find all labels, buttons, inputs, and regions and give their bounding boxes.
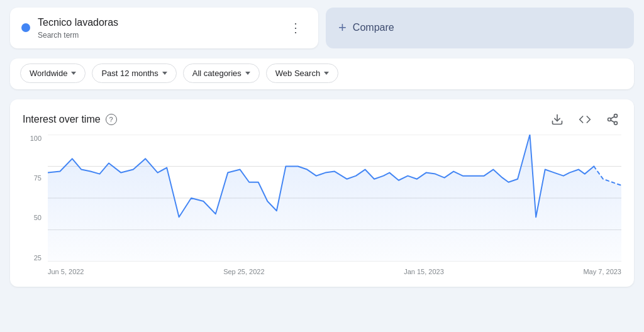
time-range-chevron-icon bbox=[162, 72, 167, 75]
time-range-label: Past 12 months bbox=[101, 69, 158, 78]
code-icon bbox=[579, 113, 591, 126]
time-range-filter[interactable]: Past 12 months bbox=[92, 64, 176, 83]
filters-row: Worldwide Past 12 months All categories … bbox=[10, 58, 634, 89]
embed-button[interactable] bbox=[576, 111, 594, 128]
compare-card-inner: + Compare bbox=[338, 19, 394, 36]
search-term-card: Tecnico lavadoras Search term ⋮ bbox=[10, 8, 318, 48]
x-label-may: May 7, 2023 bbox=[583, 268, 621, 275]
chart-title-row: Interest over time ? bbox=[23, 114, 117, 125]
x-axis-labels: Jun 5, 2022 Sep 25, 2022 Jan 15, 2023 Ma… bbox=[48, 264, 621, 279]
y-label-50: 50 bbox=[23, 214, 45, 221]
plus-icon: + bbox=[338, 19, 347, 36]
x-label-sep: Sep 25, 2022 bbox=[223, 268, 264, 275]
chart-title: Interest over time bbox=[23, 114, 101, 125]
search-type-label: Web Search bbox=[275, 69, 320, 78]
chart-actions bbox=[548, 111, 621, 128]
region-filter[interactable]: Worldwide bbox=[20, 64, 86, 83]
svg-line-4 bbox=[611, 120, 614, 122]
region-label: Worldwide bbox=[30, 69, 67, 78]
y-label-25: 25 bbox=[23, 254, 45, 262]
category-chevron-icon bbox=[245, 72, 250, 75]
share-button[interactable] bbox=[604, 111, 621, 128]
x-label-jun: Jun 5, 2022 bbox=[48, 268, 84, 275]
y-axis-labels: 100 75 50 25 bbox=[23, 135, 45, 262]
more-options-button[interactable]: ⋮ bbox=[284, 19, 307, 36]
line-chart-svg bbox=[48, 135, 621, 262]
category-filter[interactable]: All categories bbox=[183, 64, 260, 83]
search-type-chevron-icon bbox=[324, 72, 329, 75]
svg-line-5 bbox=[611, 116, 614, 118]
search-type-filter[interactable]: Web Search bbox=[266, 64, 338, 83]
search-term-title: Tecnico lavadoras bbox=[38, 16, 118, 30]
chart-header: Interest over time ? bbox=[23, 111, 621, 128]
search-term-left: Tecnico lavadoras Search term bbox=[21, 16, 118, 40]
download-button[interactable] bbox=[548, 111, 566, 128]
compare-card[interactable]: + Compare bbox=[326, 8, 634, 48]
search-term-text: Tecnico lavadoras Search term bbox=[38, 16, 118, 40]
share-icon bbox=[606, 113, 619, 126]
compare-label: Compare bbox=[353, 22, 394, 33]
y-label-75: 75 bbox=[23, 174, 45, 182]
search-term-dot bbox=[21, 23, 30, 32]
three-dots-icon: ⋮ bbox=[289, 21, 302, 34]
download-icon bbox=[551, 113, 564, 126]
interest-over-time-card: Interest over time ? bbox=[10, 99, 634, 287]
category-label: All categories bbox=[192, 69, 242, 78]
search-term-subtitle: Search term bbox=[38, 31, 118, 40]
x-label-jan: Jan 15, 2023 bbox=[404, 268, 444, 275]
y-label-100: 100 bbox=[23, 135, 45, 142]
chart-area: 100 75 50 25 bbox=[23, 135, 621, 279]
help-icon[interactable]: ? bbox=[106, 114, 117, 125]
chart-inner bbox=[48, 135, 621, 262]
region-chevron-icon bbox=[71, 72, 76, 75]
